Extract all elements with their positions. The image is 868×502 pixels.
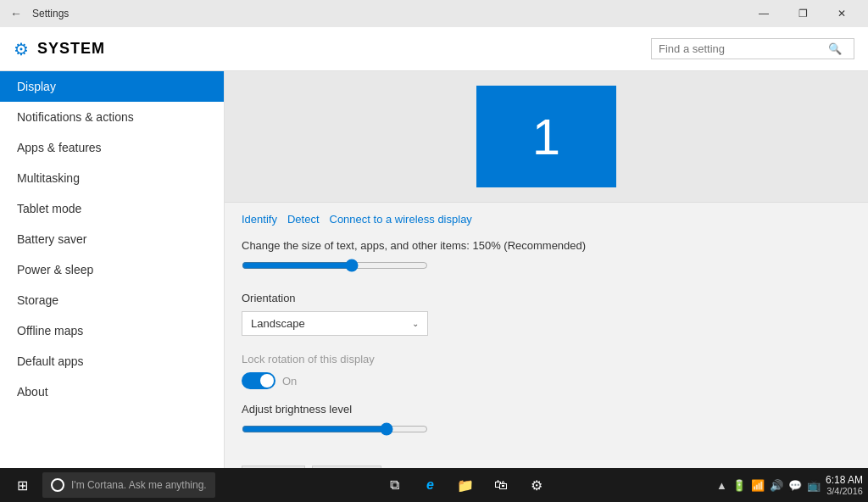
taskbar-left: ⊞ I'm Cortana. Ask me anything. [5, 468, 215, 502]
taskbar-settings[interactable]: ⚙ [520, 468, 554, 502]
titlebar: ← Settings — ❐ ✕ [0, 0, 868, 27]
back-button[interactable]: ← [7, 4, 25, 23]
monitor-section: 1 [225, 71, 868, 203]
lock-rotation-section: Lock rotation of this display On [225, 349, 868, 389]
titlebar-controls: — ❐ ✕ [744, 0, 861, 27]
close-button[interactable]: ✕ [822, 0, 861, 27]
titlebar-title: Settings [32, 8, 69, 20]
monitor-number: 1 [532, 108, 560, 166]
titlebar-left: ← Settings [7, 4, 69, 23]
notification-icon[interactable]: 💬 [788, 479, 802, 492]
content-inner: 1 Identify Detect Connect to a wireless … [225, 71, 868, 468]
taskbar-apps: ⧉ e 📁 🛍 ⚙ [377, 468, 554, 502]
orientation-label: Orientation [242, 292, 851, 304]
taskbar-clock[interactable]: 6:18 AM 3/4/2016 [826, 474, 863, 496]
sidebar-item-display[interactable]: Display [0, 71, 224, 102]
wireless-link[interactable]: Connect to a wireless display [330, 213, 472, 226]
size-label: Change the size of text, apps, and other… [242, 239, 851, 252]
size-slider-container [242, 259, 851, 275]
display-links: Identify Detect Connect to a wireless di… [225, 203, 868, 236]
cortana-text: I'm Cortana. Ask me anything. [71, 479, 207, 491]
system-gear-icon: ⚙ [14, 39, 29, 59]
minimize-button[interactable]: — [744, 0, 783, 27]
display-icon[interactable]: 📺 [807, 479, 821, 492]
brightness-section: Adjust brightness level [225, 399, 868, 438]
start-button[interactable]: ⊞ [5, 468, 39, 502]
detect-link[interactable]: Detect [287, 213, 320, 226]
sidebar-item-battery[interactable]: Battery saver [0, 224, 224, 254]
sidebar-item-multitasking[interactable]: Multitasking [0, 163, 224, 193]
sidebar-item-default[interactable]: Default apps [0, 346, 224, 376]
sidebar-item-power[interactable]: Power & sleep [0, 254, 224, 285]
size-section: Change the size of text, apps, and other… [225, 236, 868, 275]
sidebar: Display Notifications & actions Apps & f… [0, 71, 225, 468]
search-input[interactable] [659, 42, 828, 55]
search-box[interactable]: 🔍 [651, 38, 854, 59]
toggle-knob [260, 374, 274, 388]
clock-time: 6:18 AM [826, 474, 863, 486]
taskbar: ⊞ I'm Cortana. Ask me anything. ⧉ e 📁 🛍 … [0, 468, 868, 502]
action-buttons: Apply Cancel Advanced display settings [225, 452, 868, 468]
sidebar-item-about[interactable]: About [0, 376, 224, 407]
taskbar-explorer[interactable]: 📁 [448, 468, 482, 502]
battery-icon[interactable]: 🔋 [732, 479, 746, 492]
content-area: 1 Identify Detect Connect to a wireless … [225, 71, 868, 468]
brightness-slider[interactable] [242, 422, 428, 436]
orientation-value: Landscape [251, 317, 305, 330]
cortana-search[interactable]: I'm Cortana. Ask me anything. [42, 472, 215, 498]
main-layout: Display Notifications & actions Apps & f… [0, 71, 868, 468]
cortana-icon [51, 478, 64, 492]
sidebar-item-offline[interactable]: Offline maps [0, 315, 224, 346]
orientation-dropdown[interactable]: Landscape ⌄ [242, 311, 428, 336]
brightness-slider-container [242, 422, 851, 438]
lock-rotation-toggle[interactable] [242, 372, 275, 389]
monitor-display: 1 [476, 86, 616, 187]
lock-rotation-label: Lock rotation of this display [242, 353, 851, 365]
sidebar-item-apps[interactable]: Apps & features [0, 132, 224, 163]
maximize-button[interactable]: ❐ [783, 0, 822, 27]
sidebar-item-storage[interactable]: Storage [0, 285, 224, 315]
app-header: ⚙ SYSTEM 🔍 [0, 27, 868, 71]
taskbar-store[interactable]: 🛍 [484, 468, 518, 502]
identify-link[interactable]: Identify [242, 213, 277, 226]
system-tray-icons: ▲ 🔋 📶 🔊 💬 📺 [716, 479, 821, 492]
taskbar-edge[interactable]: e [413, 468, 447, 502]
taskbar-task-view[interactable]: ⧉ [377, 468, 411, 502]
volume-icon[interactable]: 🔊 [770, 479, 783, 492]
sidebar-item-notifications[interactable]: Notifications & actions [0, 102, 224, 132]
lock-toggle-row: On [242, 372, 851, 389]
start-icon: ⊞ [17, 477, 28, 494]
brightness-label: Adjust brightness level [242, 403, 851, 416]
search-icon: 🔍 [828, 42, 842, 55]
chevron-down-icon: ⌄ [412, 319, 419, 328]
orientation-section: Orientation Landscape ⌄ [225, 288, 868, 336]
header-left: ⚙ SYSTEM [14, 39, 105, 59]
tray-arrow-icon[interactable]: ▲ [716, 479, 727, 492]
taskbar-right: ▲ 🔋 📶 🔊 💬 📺 6:18 AM 3/4/2016 [716, 474, 863, 496]
clock-date: 3/4/2016 [826, 486, 863, 496]
toggle-on-label: On [282, 375, 297, 388]
network-icon[interactable]: 📶 [751, 479, 765, 492]
size-slider[interactable] [242, 259, 428, 272]
sidebar-item-tablet[interactable]: Tablet mode [0, 193, 224, 224]
system-title: SYSTEM [37, 40, 105, 58]
